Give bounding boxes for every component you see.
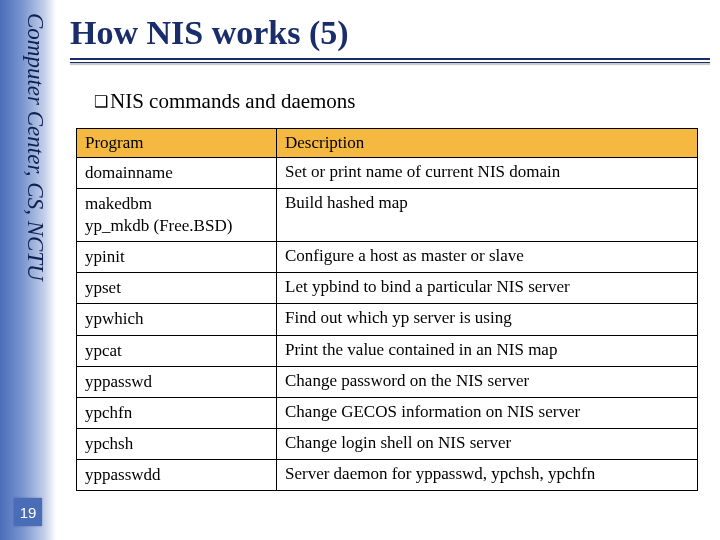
cell-description: Change password on the NIS server <box>277 366 698 397</box>
cell-program: yppasswd <box>77 366 277 397</box>
table-row: ypsetLet ypbind to bind a particular NIS… <box>77 273 698 304</box>
table-header-row: Program Description <box>77 129 698 158</box>
commands-table: Program Description domainnameSet or pri… <box>76 128 698 491</box>
cell-description: Change GECOS information on NIS server <box>277 397 698 428</box>
header-program: Program <box>77 129 277 158</box>
cell-description: Let ypbind to bind a particular NIS serv… <box>277 273 698 304</box>
table-row: ypcatPrint the value contained in an NIS… <box>77 335 698 366</box>
cell-description: Find out which yp server is using <box>277 304 698 335</box>
cell-description: Build hashed map <box>277 189 698 242</box>
slide-title: How NIS works (5) <box>70 14 710 52</box>
header-description: Description <box>277 129 698 158</box>
slide-content: How NIS works (5) ❑NIS commands and daem… <box>70 14 710 491</box>
cell-program: domainname <box>77 158 277 189</box>
bullet-text: NIS commands and daemons <box>110 89 356 113</box>
cell-description: Print the value contained in an NIS map <box>277 335 698 366</box>
page-number-badge: 19 <box>14 498 42 526</box>
cell-description: Server daemon for yppasswd, ypchsh, ypch… <box>277 459 698 490</box>
cell-program: ypchfn <box>77 397 277 428</box>
table-row: yppasswddServer daemon for yppasswd, ypc… <box>77 459 698 490</box>
bullet-heading: ❑NIS commands and daemons <box>94 89 710 114</box>
sidebar-gradient: Computer Center, CS, NCTU <box>0 0 56 540</box>
table-row: domainnameSet or print name of current N… <box>77 158 698 189</box>
table-row: ypinitConfigure a host as master or slav… <box>77 242 698 273</box>
cell-description: Configure a host as master or slave <box>277 242 698 273</box>
cell-description: Change login shell on NIS server <box>277 428 698 459</box>
cell-program: ypcat <box>77 335 277 366</box>
table-row: makedbmyp_mkdb (Free.BSD)Build hashed ma… <box>77 189 698 242</box>
table-row: ypchshChange login shell on NIS server <box>77 428 698 459</box>
cell-program: ypchsh <box>77 428 277 459</box>
title-divider <box>70 58 710 63</box>
table-row: yppasswdChange password on the NIS serve… <box>77 366 698 397</box>
square-bullet-icon: ❑ <box>94 93 108 110</box>
table-row: ypchfnChange GECOS information on NIS se… <box>77 397 698 428</box>
cell-program: ypset <box>77 273 277 304</box>
cell-program: yppasswdd <box>77 459 277 490</box>
cell-description: Set or print name of current NIS domain <box>277 158 698 189</box>
cell-program: makedbmyp_mkdb (Free.BSD) <box>77 189 277 242</box>
cell-program: ypinit <box>77 242 277 273</box>
sidebar-institution-label: Computer Center, CS, NCTU <box>22 13 48 343</box>
cell-program: ypwhich <box>77 304 277 335</box>
table-row: ypwhichFind out which yp server is using <box>77 304 698 335</box>
